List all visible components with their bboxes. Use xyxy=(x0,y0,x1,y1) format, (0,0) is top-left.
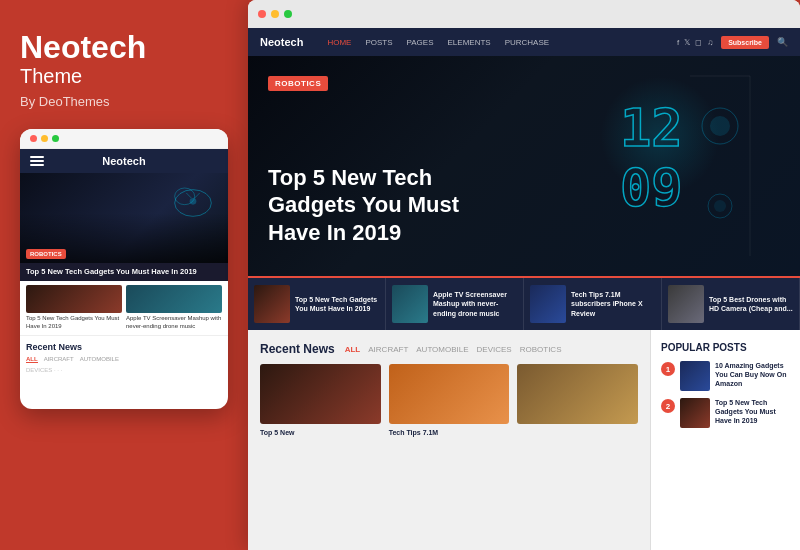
instagram-icon[interactable]: ◻ xyxy=(695,38,702,47)
mobile-recent-news: Recent News ALL AIRCRAFT AUTOMOBILE DEVI… xyxy=(20,336,228,379)
popular-num-1: 1 xyxy=(661,362,675,376)
site-logo: Neotech xyxy=(260,36,303,48)
facebook-icon[interactable]: f xyxy=(677,38,679,47)
thumb-item-1[interactable]: Top 5 New Tech Gadgets You Must Have In … xyxy=(248,278,386,330)
thumb-item-4[interactable]: Top 5 Best Drones with HD Camera (Cheap … xyxy=(662,278,800,330)
thumb-img-4 xyxy=(668,285,704,323)
thumb-img-2 xyxy=(392,285,428,323)
hero-category-badge: ROBOTICS xyxy=(268,76,328,91)
browser-dot-green xyxy=(284,10,292,18)
brand-subtitle: Theme xyxy=(20,65,228,88)
mobile-dot-red xyxy=(30,135,37,142)
popular-text-2: Top 5 New Tech Gadgets You Must Have In … xyxy=(715,398,790,425)
filter-tabs: ALL AIRCRAFT AUTOMOBILE DEVICES ROBOTICS xyxy=(345,345,562,354)
mobile-mockup: Neotech ROBOTICS Top 5 New Tech Gadgets … xyxy=(20,129,228,409)
browser-dot-red xyxy=(258,10,266,18)
mobile-dot-green xyxy=(52,135,59,142)
popular-num-2: 2 xyxy=(661,399,675,413)
recent-news-header: Recent News ALL AIRCRAFT AUTOMOBILE DEVI… xyxy=(260,342,638,356)
mobile-card-2-text: Apple TV Screensaver Mashup with never-e… xyxy=(126,315,222,331)
browser-mockup: Neotech HOME POSTS PAGES ELEMENTS PURCHA… xyxy=(248,0,800,550)
mobile-hero-title: Top 5 New Tech Gadgets You Must Have In … xyxy=(26,267,222,277)
mobile-hero-title-area: Top 5 New Tech Gadgets You Must Have In … xyxy=(20,263,228,281)
nav-item-elements[interactable]: ELEMENTS xyxy=(448,38,491,47)
news-item-3 xyxy=(517,364,638,437)
thumb-img-1 xyxy=(254,285,290,323)
filter-tab-robotics[interactable]: ROBOTICS xyxy=(520,345,562,354)
thumb-item-3[interactable]: Tech Tips 7.1M subscribers iPhone X Revi… xyxy=(524,278,662,330)
recent-news-title: Recent News xyxy=(260,342,335,356)
nav-item-posts[interactable]: POSTS xyxy=(365,38,392,47)
hero-section: 12 09 ROBOTICS Top 5 New Tech Gadgets Yo… xyxy=(248,56,800,276)
subscribe-button[interactable]: Subscribe xyxy=(721,36,769,49)
nav-item-purchase[interactable]: PURCHASE xyxy=(505,38,549,47)
mobile-card-2-image xyxy=(126,285,222,313)
mobile-more-tabs: DEVICES · · · xyxy=(26,367,222,373)
mobile-tab-automobile[interactable]: AUTOMOBILE xyxy=(80,356,119,363)
nav-item-home[interactable]: HOME xyxy=(327,38,351,47)
filter-tab-automobile[interactable]: AUTOMOBILE xyxy=(416,345,468,354)
thumb-text-3: Tech Tips 7.1M subscribers iPhone X Revi… xyxy=(571,290,655,317)
filter-tab-devices[interactable]: DEVICES xyxy=(477,345,512,354)
hero-glow xyxy=(600,76,720,196)
hamburger-icon xyxy=(30,156,44,166)
thumb-text-4: Top 5 Best Drones with HD Camera (Cheap … xyxy=(709,295,793,313)
browser-chrome xyxy=(248,0,800,28)
search-icon[interactable]: 🔍 xyxy=(777,37,788,47)
popular-item-2: 2 Top 5 New Tech Gadgets You Must Have I… xyxy=(661,398,790,428)
thumb-text-1: Top 5 New Tech Gadgets You Must Have In … xyxy=(295,295,379,313)
mobile-tab-aircraft[interactable]: AIRCRAFT xyxy=(44,356,74,363)
content-left: Recent News ALL AIRCRAFT AUTOMOBILE DEVI… xyxy=(248,330,650,550)
site-nav: Neotech HOME POSTS PAGES ELEMENTS PURCHA… xyxy=(248,28,800,56)
thumb-item-2[interactable]: Apple TV Screensaver Mashup with never-e… xyxy=(386,278,524,330)
site-nav-right: f 𝕏 ◻ ♫ Subscribe 🔍 xyxy=(677,36,788,49)
brand-title: Neotech xyxy=(20,30,228,65)
nav-item-pages[interactable]: PAGES xyxy=(407,38,434,47)
thumb-img-3 xyxy=(530,285,566,323)
brand-by: By DeoThemes xyxy=(20,94,228,109)
popular-item-1: 1 10 Amazing Gadgets You Can Buy Now On … xyxy=(661,361,790,391)
svg-line-4 xyxy=(195,193,200,198)
news-item-1: Top 5 New xyxy=(260,364,381,437)
left-panel: Neotech Theme By DeoThemes Neotech xyxy=(0,0,248,550)
svg-point-10 xyxy=(714,200,726,212)
news-img-3 xyxy=(517,364,638,424)
mobile-brand: Neotech xyxy=(102,155,145,167)
browser-dot-yellow xyxy=(271,10,279,18)
news-label-1: Top 5 New xyxy=(260,428,381,437)
content-right: POPULAR POSTS 1 10 Amazing Gadgets You C… xyxy=(650,330,800,550)
thumbnail-strip: Top 5 New Tech Gadgets You Must Have In … xyxy=(248,276,800,330)
mobile-card-1-image xyxy=(26,285,122,313)
thumb-text-2: Apple TV Screensaver Mashup with never-e… xyxy=(433,290,517,317)
social-icons: f 𝕏 ◻ ♫ xyxy=(677,38,713,47)
news-grid: Top 5 New Tech Tips 7.1M xyxy=(260,364,638,437)
main-content: Recent News ALL AIRCRAFT AUTOMOBILE DEVI… xyxy=(248,330,800,550)
hero-title: Top 5 New Tech Gadgets You Must Have In … xyxy=(268,164,488,247)
mobile-recent-title: Recent News xyxy=(26,342,222,352)
mobile-hero-badge: ROBOTICS xyxy=(26,249,66,259)
svg-point-2 xyxy=(190,198,197,205)
mobile-card-1-text: Top 5 New Tech Gadgets You Must Have In … xyxy=(26,315,122,331)
mobile-card-2: Apple TV Screensaver Mashup with never-e… xyxy=(126,285,222,331)
mobile-filter-tabs: ALL AIRCRAFT AUTOMOBILE xyxy=(26,356,222,363)
popular-img-1 xyxy=(680,361,710,391)
tiktok-icon[interactable]: ♫ xyxy=(707,38,713,47)
popular-text-1: 10 Amazing Gadgets You Can Buy Now On Am… xyxy=(715,361,790,388)
news-label-2: Tech Tips 7.1M xyxy=(389,428,510,437)
filter-tab-aircraft[interactable]: AIRCRAFT xyxy=(368,345,408,354)
mobile-hero: ROBOTICS xyxy=(20,173,228,263)
svg-line-3 xyxy=(186,193,191,198)
news-item-2: Tech Tips 7.1M xyxy=(389,364,510,437)
mobile-dots xyxy=(20,129,228,149)
mobile-tab-all[interactable]: ALL xyxy=(26,356,38,363)
mobile-dot-yellow xyxy=(41,135,48,142)
mobile-nav: Neotech xyxy=(20,149,228,173)
twitter-icon[interactable]: 𝕏 xyxy=(684,38,690,47)
mobile-cards: Top 5 New Tech Gadgets You Must Have In … xyxy=(20,281,228,336)
filter-tab-all[interactable]: ALL xyxy=(345,345,361,354)
news-img-1 xyxy=(260,364,381,424)
popular-img-2 xyxy=(680,398,710,428)
mobile-card-1: Top 5 New Tech Gadgets You Must Have In … xyxy=(26,285,122,331)
popular-posts-title: POPULAR POSTS xyxy=(661,342,790,353)
news-img-2 xyxy=(389,364,510,424)
